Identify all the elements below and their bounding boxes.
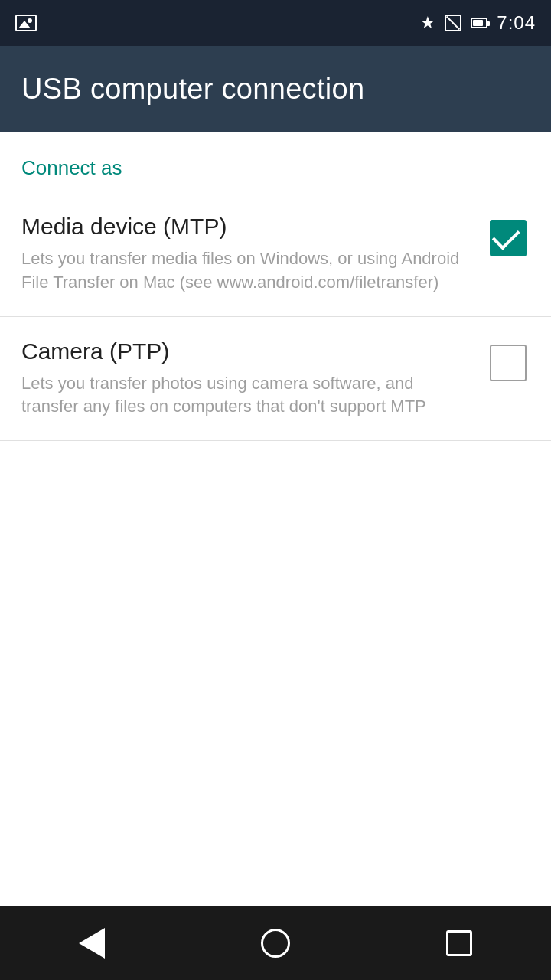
battery-icon — [471, 18, 487, 28]
star-icon: ★ — [420, 13, 435, 33]
ptp-option-desc: Lets you transfer photos using camera so… — [21, 372, 471, 420]
home-button[interactable] — [253, 920, 298, 966]
recents-button[interactable] — [436, 920, 482, 966]
section-header: Connect as — [0, 132, 551, 192]
recents-icon — [446, 930, 472, 956]
ptp-checkbox[interactable] — [487, 341, 530, 384]
content-area: Connect as Media device (MTP) Lets you t… — [0, 132, 551, 441]
back-button[interactable] — [69, 920, 115, 966]
status-bar: ★ 7:04 — [0, 0, 551, 46]
mtp-option-desc: Lets you transfer media files on Windows… — [21, 247, 471, 295]
app-title: USB computer connection — [21, 73, 364, 106]
app-bar: USB computer connection — [0, 46, 551, 132]
ptp-option[interactable]: Camera (PTP) Lets you transfer photos us… — [0, 317, 551, 442]
section-title: Connect as — [21, 156, 122, 179]
mtp-checkbox-checked — [490, 220, 527, 256]
ptp-checkbox-unchecked — [490, 345, 527, 381]
mtp-option[interactable]: Media device (MTP) Lets you transfer med… — [0, 192, 551, 317]
image-icon — [15, 15, 37, 31]
mtp-option-text: Media device (MTP) Lets you transfer med… — [21, 214, 487, 295]
signal-off-icon — [445, 15, 461, 31]
mtp-checkbox[interactable] — [487, 217, 530, 260]
back-icon — [79, 928, 105, 959]
mtp-option-title: Media device (MTP) — [21, 214, 471, 240]
home-icon — [261, 929, 290, 958]
ptp-option-text: Camera (PTP) Lets you transfer photos us… — [21, 338, 487, 420]
nav-bar — [0, 906, 551, 980]
status-time: 7:04 — [497, 12, 536, 34]
ptp-option-title: Camera (PTP) — [21, 338, 471, 364]
status-bar-left — [15, 0, 37, 46]
